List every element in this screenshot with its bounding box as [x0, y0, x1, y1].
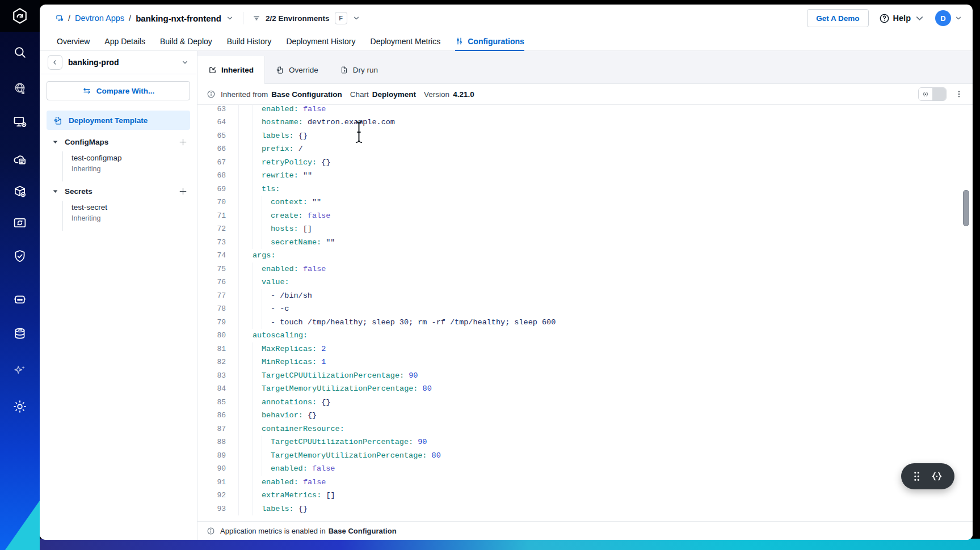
section-title: Secrets [65, 187, 92, 196]
file-gear-icon [53, 116, 63, 125]
tab-build-deploy[interactable]: Build & Deploy [160, 32, 212, 50]
tab-build-history[interactable]: Build History [227, 32, 272, 50]
line-number: 68 [197, 169, 226, 183]
code-line-76: 76value: [197, 276, 973, 289]
sparkles-icon[interactable] [12, 363, 27, 378]
config-item-test-secret[interactable]: test-secretInheriting [71, 202, 197, 224]
config-sections: ConfigMapstest-configmapInheritingSecret… [40, 132, 197, 231]
nav-tabs: OverviewApp DetailsBuild & DeployBuild H… [40, 32, 973, 51]
back-button[interactable] [48, 55, 62, 70]
tab-app-details[interactable]: App Details [104, 32, 145, 50]
breadcrumb-devtron-apps-link[interactable]: Devtron Apps [75, 14, 124, 23]
config-item-test-configmap[interactable]: test-configmapInheriting [71, 153, 197, 175]
line-number: 85 [197, 396, 226, 409]
version-value: 4.21.0 [453, 90, 474, 99]
line-number: 64 [197, 116, 226, 129]
code-line-71: 71create: false [197, 209, 973, 223]
line-number: 65 [197, 129, 226, 143]
code-line-77: 77- /bin/sh [197, 289, 973, 303]
floating-editor-widget[interactable] [901, 463, 954, 489]
add-configmaps-button[interactable] [178, 137, 188, 147]
line-number: 79 [197, 316, 226, 329]
line-number: 87 [197, 422, 226, 436]
devtron-logo[interactable] [0, 0, 40, 32]
package-gear-icon[interactable] [12, 184, 27, 198]
yaml-editor[interactable]: 63enabled: false64hostname: devtron.exam… [197, 105, 973, 521]
editor-scrollbar-thumb[interactable] [963, 190, 969, 226]
code-line-74: 74args: [197, 249, 973, 263]
code-line-92: 92extraMetrics: [] [197, 489, 973, 502]
caret-down-icon[interactable] [52, 139, 58, 145]
editor-column: InheritedOverrideDry run Inherited from … [197, 51, 973, 540]
shield-check-icon[interactable] [12, 249, 27, 264]
code-line-63: 63enabled: false [197, 105, 973, 116]
line-number: 74 [197, 249, 226, 263]
config-item-status: Inheriting [71, 213, 197, 224]
tab-configurations[interactable]: Configurations [455, 32, 524, 50]
drag-handle-icon[interactable] [912, 471, 921, 482]
user-menu[interactable]: D [935, 10, 962, 26]
sidebar-item-deployment-template[interactable]: Deployment Template [47, 111, 190, 130]
search-icon[interactable] [12, 45, 27, 60]
kebab-menu-icon[interactable] [954, 90, 964, 99]
editor-tab-override[interactable]: Override [265, 56, 329, 83]
footer-text: Application metrics is enabled in [220, 527, 326, 535]
environments-chevron-icon[interactable] [352, 14, 360, 22]
tab-deployment-metrics[interactable]: Deployment Metrics [371, 32, 441, 50]
section-header-configmaps[interactable]: ConfigMaps [40, 132, 197, 151]
code-line-81: 81MaxReplicas: 2 [197, 342, 973, 356]
section-header-secrets[interactable]: Secrets [40, 181, 197, 201]
line-number: 90 [197, 462, 226, 476]
config-panel: banking-prod Compare With... Deployment … [40, 51, 197, 540]
help-chevron-icon [914, 13, 925, 24]
app-switcher-chevron-icon[interactable] [226, 14, 234, 22]
avatar[interactable]: D [935, 10, 951, 26]
app-header: / Devtron Apps / banking-nxt-frontend 2/… [40, 5, 973, 32]
gear-icon[interactable] [12, 399, 27, 414]
line-number: 83 [197, 369, 226, 383]
code-line-70: 70context: "" [197, 196, 973, 209]
database-icon[interactable] [12, 326, 27, 341]
cloud-card-icon[interactable] [12, 153, 27, 167]
environment-name: banking-prod [68, 58, 175, 67]
line-number: 81 [197, 342, 226, 356]
code-line-80: 80autoscaling: [197, 329, 973, 342]
add-secrets-button[interactable] [178, 187, 188, 196]
code-line-69: 69tls: [197, 183, 973, 196]
compare-swap-icon [82, 86, 91, 95]
line-number: 78 [197, 302, 226, 316]
code-braces-icon[interactable] [931, 471, 943, 481]
monitor-gear-icon[interactable] [12, 115, 27, 129]
bot-icon[interactable] [12, 292, 27, 307]
editor-tab-label: Override [289, 66, 318, 74]
app-type-icon [56, 14, 64, 22]
editor-tab-inherited[interactable]: Inherited [197, 56, 265, 83]
inherited-from-label: Inherited from [221, 90, 268, 99]
editor-tab-dry-run[interactable]: Dry run [329, 56, 389, 83]
tree-items: test-configmapInheriting [62, 151, 197, 181]
help-menu[interactable]: Help [879, 13, 925, 24]
caret-down-icon[interactable] [52, 188, 58, 194]
card-sync-icon[interactable] [12, 215, 27, 230]
code-view-toggle[interactable] [918, 87, 947, 101]
get-a-demo-button[interactable]: Get A Demo [807, 9, 868, 27]
line-number: 82 [197, 356, 226, 369]
line-number: 71 [197, 209, 226, 223]
app-sidebar [0, 0, 40, 550]
compare-with-button[interactable]: Compare With... [47, 81, 190, 100]
line-number: 66 [197, 142, 226, 156]
code-line-93: 93labels: {} [197, 502, 973, 516]
code-line-84: 84TargetMemoryUtilizationPercentage: 80 [197, 382, 973, 396]
environment-switcher[interactable]: 2/2 Environments F [243, 12, 360, 24]
code-line-88: 88TargetCPUUtilizationPercentage: 90 [197, 435, 973, 449]
tab-label: Build History [227, 37, 272, 46]
tab-deployment-history[interactable]: Deployment History [286, 32, 355, 50]
code-line-73: 73secretName: "" [197, 236, 973, 249]
globe-icon[interactable] [12, 81, 27, 96]
code-line-83: 83TargetCPUUtilizationPercentage: 90 [197, 369, 973, 383]
line-number: 67 [197, 156, 226, 170]
help-label: Help [893, 14, 911, 23]
tab-overview[interactable]: Overview [57, 32, 90, 50]
environment-chevron-icon[interactable] [181, 58, 189, 66]
code-line-82: 82MinReplicas: 1 [197, 356, 973, 369]
